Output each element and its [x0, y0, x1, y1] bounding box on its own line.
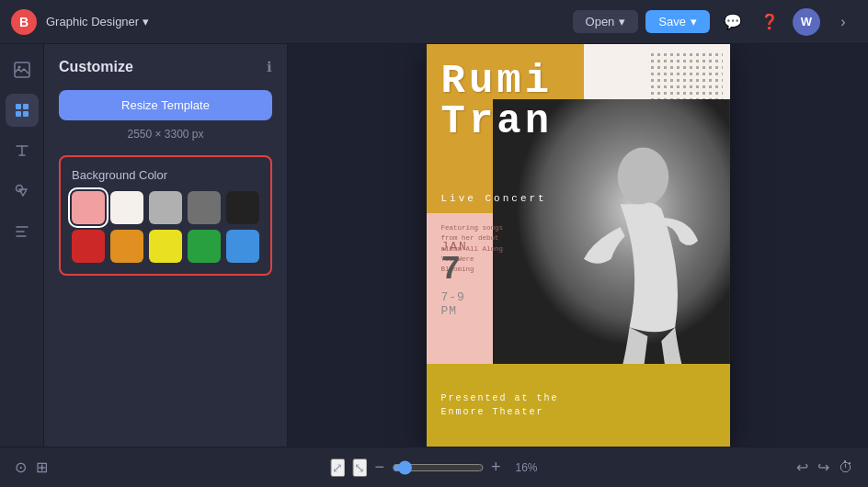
color-swatch-white[interactable]	[110, 191, 143, 224]
color-swatch-black[interactable]	[226, 191, 259, 224]
info-icon[interactable]: ℹ	[267, 59, 272, 75]
poster-time: 7-9PM	[441, 290, 468, 318]
poster-dots	[649, 51, 723, 102]
svg-rect-5	[23, 111, 29, 117]
zoom-out-button[interactable]: −	[374, 458, 384, 477]
background-color-section: Background Color	[59, 155, 272, 276]
sidebar-panel: Customize ℹ Resize Template 2550 × 3300 …	[44, 44, 288, 447]
bottom-right-actions: ↩ ↪ ⏱	[796, 459, 853, 476]
more-button[interactable]: ›	[829, 8, 857, 36]
color-swatch-orange[interactable]	[110, 230, 143, 263]
resize-template-button[interactable]: Resize Template	[59, 90, 272, 120]
save-button[interactable]: Save ▾	[645, 10, 710, 33]
svg-point-8	[618, 148, 669, 207]
topbar: B Graphic Designer ▾ Open ▾ Save ▾ 💬 ❓ W…	[0, 0, 868, 44]
bottom-left-tools: ⊙ ⊞	[15, 459, 48, 476]
undo-button[interactable]: ↩	[796, 459, 808, 476]
topbar-actions: Open ▾ Save ▾	[573, 10, 710, 33]
main-area: Customize ℹ Resize Template 2550 × 3300 …	[0, 44, 868, 447]
history-button[interactable]: ⏱	[839, 459, 853, 476]
redo-button[interactable]: ↪	[817, 459, 829, 476]
chevron-down-icon: ▾	[619, 15, 625, 28]
help-button[interactable]: ❓	[756, 8, 783, 36]
svg-rect-2	[16, 104, 21, 109]
svg-rect-4	[16, 111, 21, 117]
comment-button[interactable]: 💬	[719, 8, 747, 36]
nav-text[interactable]	[6, 134, 39, 167]
dimension-display: 2550 × 3300 px	[59, 128, 272, 141]
topbar-right: 💬 ❓ W ›	[719, 8, 857, 36]
bottom-toolbar: ⊙ ⊞ ⤢ ⤡ − + 16% ↩ ↪ ⏱	[0, 447, 868, 487]
poster-bottom-bar: Presented at theEnmore Theater	[427, 364, 730, 447]
poster-subtitle: Live Concert	[441, 193, 547, 204]
color-swatch-light-gray[interactable]	[149, 191, 182, 224]
poster-date-number: 7	[441, 254, 468, 287]
color-grid	[72, 191, 259, 263]
grid-icon[interactable]: ⊞	[36, 459, 48, 476]
color-swatch-pink[interactable]	[72, 191, 105, 224]
nav-elements[interactable]	[6, 175, 39, 208]
zoom-controls: ⤢ ⤡ − + 16%	[330, 458, 537, 477]
poster-bottom-text: Presented at theEnmore Theater	[441, 391, 559, 419]
canvas-area[interactable]: Rumi Tran Live Concert	[288, 44, 868, 447]
app-name-dropdown[interactable]: Graphic Designer ▾	[46, 15, 149, 28]
poster: Rumi Tran Live Concert	[427, 44, 730, 447]
canvas-wrapper: Rumi Tran Live Concert	[427, 44, 730, 447]
poster-date-block: JAN 7 7-9PM	[441, 240, 468, 318]
nav-customize[interactable]	[6, 94, 39, 127]
app-logo[interactable]: B	[11, 9, 37, 35]
left-nav	[0, 44, 44, 447]
poster-title: Rumi Tran	[441, 61, 554, 142]
zoom-in-button[interactable]: +	[491, 458, 501, 477]
sidebar-title: Customize	[59, 59, 133, 75]
svg-point-1	[17, 66, 20, 69]
open-button[interactable]: Open ▾	[573, 10, 639, 33]
color-swatch-blue[interactable]	[226, 230, 259, 263]
chevron-down-icon: ▾	[691, 15, 697, 28]
zoom-level-display: 16%	[508, 461, 538, 474]
background-color-label: Background Color	[72, 168, 259, 182]
fit-page-button[interactable]: ⤡	[352, 459, 367, 477]
chevron-down-icon: ▾	[143, 15, 149, 28]
layers-icon[interactable]: ⊙	[15, 459, 27, 476]
zoom-slider[interactable]	[392, 460, 484, 475]
color-swatch-gray[interactable]	[188, 191, 221, 224]
sidebar-header: Customize ℹ	[59, 59, 272, 75]
color-swatch-yellow[interactable]	[149, 230, 182, 263]
fit-screen-button[interactable]: ⤢	[330, 459, 345, 477]
nav-typography[interactable]	[6, 215, 39, 248]
color-swatch-green[interactable]	[188, 230, 221, 263]
svg-rect-3	[23, 104, 29, 109]
user-avatar[interactable]: W	[793, 8, 820, 36]
nav-image[interactable]	[6, 53, 39, 86]
color-swatch-red[interactable]	[72, 230, 105, 263]
